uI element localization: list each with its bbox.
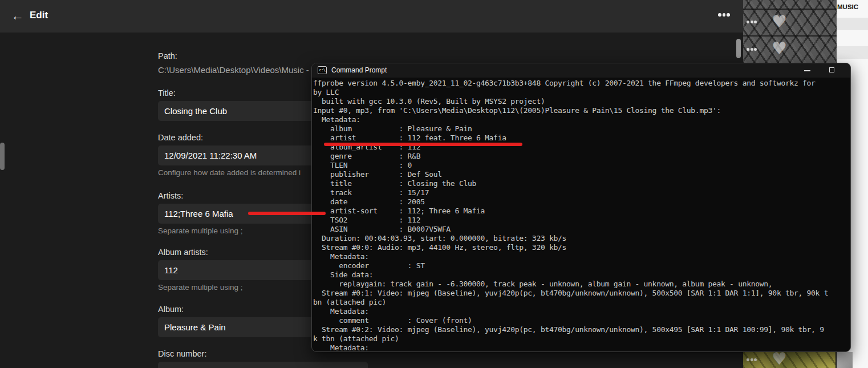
music-column-label: MUSIC <box>837 3 858 10</box>
disc-number-input[interactable] <box>158 362 368 368</box>
back-arrow-icon: ← <box>11 9 24 23</box>
dot-icon <box>754 21 757 23</box>
top-app-bar: ← Edit <box>0 0 743 33</box>
terminal-line: artist : 112 feat. Three 6 Mafia <box>313 134 850 143</box>
row-divider <box>743 35 837 37</box>
terminal-line: Metadata: <box>313 343 850 351</box>
dot-icon <box>747 48 749 51</box>
terminal-line: publisher : Def Soul <box>313 170 850 179</box>
song-row-menu-button[interactable] <box>747 358 757 361</box>
terminal-output: ffprobe version 4.5.0-emby_2021_11_02-g4… <box>313 79 850 351</box>
back-button[interactable]: ← <box>9 8 26 25</box>
cmd-icon: c:\ <box>318 66 327 74</box>
annotation-pointer-line <box>248 212 326 215</box>
terminal-line: built with gcc 10.3.0 (Rev5, Built by MS… <box>313 97 850 106</box>
favorite-heart-icon[interactable]: ♥ <box>772 350 787 367</box>
terminal-line: ffprobe version 4.5.0-emby_2021_11_02-g4… <box>313 79 850 88</box>
row-divider <box>743 9 837 10</box>
dot-icon <box>754 48 757 51</box>
terminal-line: TLEN : 0 <box>313 161 850 170</box>
terminal-line: ASIN : B0007V5WFA <box>313 225 850 234</box>
terminal-line: Stream #0:2: Video: mjpeg (Baseline), yu… <box>313 325 850 334</box>
terminal-line: Metadata: <box>313 252 850 261</box>
dot-icon <box>747 21 749 23</box>
annotation-underline-artist <box>324 143 522 146</box>
terminal-title: Command Prompt <box>331 66 387 74</box>
terminal-line: artist-sort : 112; Three 6 Mafia <box>313 207 850 216</box>
terminal-line: album : Pleasure & Pain <box>313 124 850 134</box>
list-stripe <box>837 18 868 30</box>
terminal-line: by LLC <box>313 88 850 97</box>
dot-icon <box>747 358 749 361</box>
terminal-line: date : 2005 <box>313 197 850 207</box>
path-label: Path: <box>158 51 368 60</box>
terminal-line: Stream #0:0: Audio: mp3, 44100 Hz, stere… <box>313 243 850 252</box>
favorite-heart-icon[interactable]: ♥ <box>772 13 787 30</box>
terminal-line: k tbn (attached pic) <box>313 334 850 343</box>
terminal-line: comment : Cover (front) <box>313 316 850 325</box>
terminal-line: Metadata: <box>313 307 850 316</box>
dot-icon <box>723 13 726 17</box>
song-row-menu-button[interactable] <box>747 48 757 51</box>
command-prompt-window: c:\ Command Prompt ffprobe version 4.5.0… <box>311 63 851 352</box>
dot-icon <box>751 358 753 361</box>
overflow-menu-button[interactable] <box>718 13 730 17</box>
dot-icon <box>751 21 753 23</box>
favorite-heart-icon[interactable]: ♥ <box>772 40 787 57</box>
terminal-line: bn (attached pic) <box>313 298 850 307</box>
terminal-line: genre : R&B <box>313 152 850 161</box>
terminal-line: Metadata: <box>313 115 850 124</box>
dot-icon <box>718 13 721 17</box>
right-scrollbar-thumb[interactable] <box>736 39 741 58</box>
terminal-line: Input #0, mp3, from 'C:\Users\Media\Desk… <box>313 106 850 115</box>
minimize-button[interactable] <box>804 70 810 71</box>
terminal-line: replaygain: track gain - -6.300000, trac… <box>313 280 850 289</box>
terminal-line: TSO2 : 112 <box>313 216 850 225</box>
thumbnail-placeholder <box>837 352 853 368</box>
page-title: Edit <box>30 10 48 21</box>
dot-icon <box>727 13 730 17</box>
terminal-line: title : Closing the Club <box>313 179 850 188</box>
song-row-album-art <box>743 352 835 368</box>
list-stripe <box>837 46 868 59</box>
terminal-line: track : 15/17 <box>313 188 850 197</box>
emby-edit-page: ← Edit Path: C:\Users\Media\Desktop\Vide… <box>0 0 868 368</box>
terminal-titlebar[interactable]: c:\ Command Prompt <box>312 63 850 78</box>
terminal-line: Duration: 00:04:03.93, start: 0.000000, … <box>313 234 850 243</box>
terminal-line: encoder : ST <box>313 261 850 270</box>
terminal-line: Stream #0:1: Video: mjpeg (Baseline), yu… <box>313 289 850 298</box>
dot-icon <box>754 358 757 361</box>
dot-icon <box>751 48 753 51</box>
left-scrollbar-thumb[interactable] <box>0 143 5 170</box>
maximize-button[interactable] <box>829 67 834 72</box>
terminal-line: Side data: <box>313 270 850 280</box>
song-row-menu-button[interactable] <box>747 21 757 23</box>
